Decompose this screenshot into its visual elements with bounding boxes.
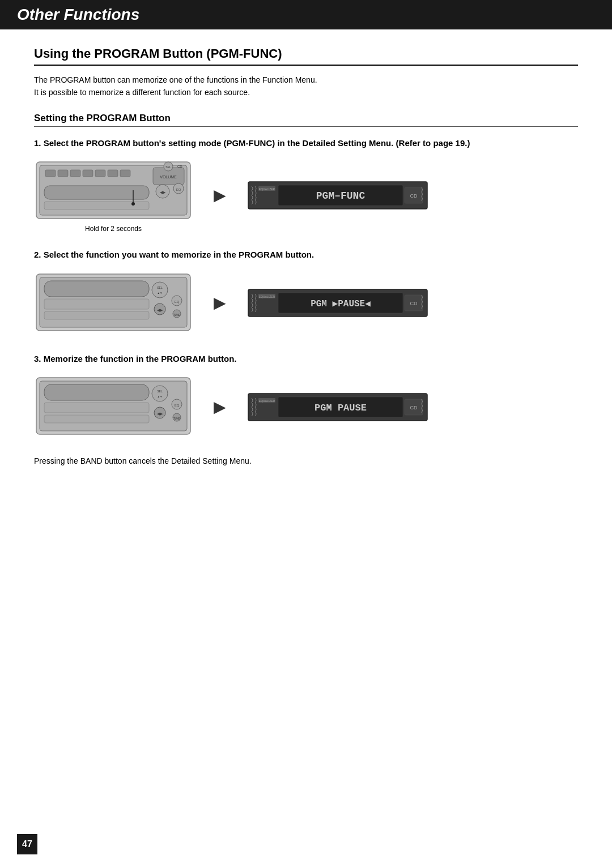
svg-rect-7 — [108, 170, 118, 177]
intro-line1: The PROGRAM button can memorize one of t… — [34, 74, 578, 86]
page-title: Other Functions — [17, 6, 595, 24]
step-3-device-image: SEL ▲▼ ◀▶ EQ TUNE — [34, 373, 193, 438]
sub-heading: Setting the PROGRAM Button — [34, 113, 578, 127]
svg-rect-5 — [83, 170, 93, 177]
step-2-device-wrap: SEL ▲▼ ◀▶ EQ TUNE — [34, 270, 193, 337]
step-2-arrow: ► — [210, 291, 230, 315]
svg-rect-52 — [44, 384, 149, 400]
svg-text:VOLUME: VOLUME — [160, 175, 177, 179]
svg-text:EQ: EQ — [175, 404, 180, 407]
svg-text:◀▶: ◀▶ — [157, 308, 163, 312]
step-3-title: 3. Memorize the function in the PROGRAM … — [34, 353, 578, 366]
step-1-caption: Hold for 2 seconds — [34, 225, 193, 233]
step-2-display-image: EQUALIZER PGM ▶PAUSE◀ CD — [247, 288, 428, 318]
step-3: 3. Memorize the function in the PROGRAM … — [34, 353, 578, 441]
svg-rect-4 — [70, 170, 80, 177]
step-2-content: SEL ▲▼ ◀▶ EQ TUNE ► — [34, 270, 578, 337]
step-2-number: 2. — [34, 250, 41, 259]
step-2-title: 2. Select the function you want to memor… — [34, 249, 578, 262]
svg-text:EQUALIZER: EQUALIZER — [258, 295, 275, 298]
svg-text:EQ: EQ — [175, 300, 180, 303]
step-1-text: Select the PROGRAM button's setting mode… — [44, 138, 470, 148]
step-1-device-image: VOLUME SEL CD ◀▶ EQ — [34, 157, 193, 223]
step-3-text: Memorize the function in the PROGRAM but… — [44, 354, 237, 364]
svg-text:▲▼: ▲▼ — [158, 395, 163, 398]
page-number: 47 — [17, 834, 37, 854]
step-2: 2. Select the function you want to memor… — [34, 249, 578, 337]
svg-text:▲▼: ▲▼ — [158, 292, 163, 294]
svg-rect-54 — [44, 415, 149, 423]
svg-text:CD: CD — [177, 165, 182, 168]
svg-point-55 — [152, 386, 168, 401]
svg-text:CD: CD — [410, 405, 417, 411]
svg-rect-31 — [44, 281, 149, 297]
step-1: 1. Select the PROGRAM button's setting m… — [34, 137, 578, 233]
step-1-display-image: EQUALIZER PGM–FUNC CD — [247, 181, 428, 210]
svg-text:EQ: EQ — [176, 188, 181, 191]
step-1-number: 1. — [34, 138, 41, 148]
intro-line2: It is possible to memorize a different f… — [34, 86, 578, 99]
svg-rect-6 — [95, 170, 105, 177]
step-3-content: SEL ▲▼ ◀▶ EQ TUNE ► EQUALIZER — [34, 373, 578, 441]
bottom-note: Pressing the BAND button cancels the Det… — [34, 456, 578, 465]
svg-text:PGM  PAUSE: PGM PAUSE — [314, 403, 367, 413]
step-3-device-wrap: SEL ▲▼ ◀▶ EQ TUNE — [34, 373, 193, 441]
svg-rect-3 — [58, 170, 68, 177]
step-1-device-wrap: VOLUME SEL CD ◀▶ EQ — [34, 157, 193, 233]
svg-text:◀▶: ◀▶ — [160, 190, 166, 194]
svg-text:◀▶: ◀▶ — [157, 412, 163, 416]
intro-text: The PROGRAM button can memorize one of t… — [34, 74, 578, 99]
svg-text:SEL: SEL — [157, 390, 163, 393]
step-1-arrow: ► — [210, 183, 230, 207]
svg-rect-2 — [45, 170, 56, 177]
section-heading: Using the PROGRAM Button (PGM-FUNC) — [34, 46, 578, 66]
svg-text:SEL: SEL — [165, 165, 171, 169]
step-3-arrow: ► — [210, 395, 230, 419]
svg-point-21 — [131, 202, 135, 206]
svg-text:PGM–FUNC: PGM–FUNC — [316, 190, 365, 202]
step-1-content: VOLUME SEL CD ◀▶ EQ — [34, 157, 578, 233]
main-content: Using the PROGRAM Button (PGM-FUNC) The … — [0, 29, 612, 499]
svg-text:EQUALIZER: EQUALIZER — [258, 187, 275, 191]
svg-text:SEL: SEL — [157, 286, 163, 289]
svg-text:CD: CD — [410, 301, 417, 306]
svg-rect-32 — [44, 299, 149, 309]
svg-text:TUNE: TUNE — [173, 417, 180, 420]
svg-text:EQUALIZER: EQUALIZER — [258, 399, 275, 403]
svg-rect-53 — [44, 403, 149, 413]
svg-rect-33 — [44, 311, 149, 319]
step-1-title: 1. Select the PROGRAM button's setting m… — [34, 137, 578, 150]
step-2-device-image: SEL ▲▼ ◀▶ EQ TUNE — [34, 270, 193, 335]
svg-text:TUNE: TUNE — [173, 314, 180, 317]
svg-text:PGM ▶PAUSE◀: PGM ▶PAUSE◀ — [311, 299, 371, 309]
svg-point-34 — [152, 282, 168, 298]
svg-text:CD: CD — [410, 193, 417, 199]
page-header: Other Functions — [0, 0, 612, 29]
step-2-text: Select the function you want to memorize… — [44, 250, 314, 259]
svg-rect-8 — [120, 170, 130, 177]
step-3-display-image: EQUALIZER PGM PAUSE CD — [247, 392, 428, 422]
step-3-number: 3. — [34, 354, 41, 364]
